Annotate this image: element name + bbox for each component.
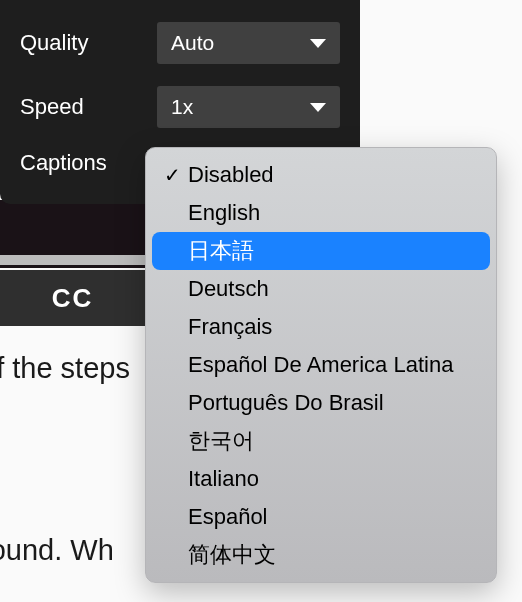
captions-option-label: Disabled: [188, 162, 274, 188]
captions-option-label: Deutsch: [188, 276, 269, 302]
background-text-line-2: round. Wh: [0, 534, 114, 567]
chevron-down-icon: [310, 103, 326, 112]
quality-label: Quality: [20, 30, 88, 56]
captions-option[interactable]: Español De America Latina: [152, 346, 490, 384]
chevron-down-icon: [310, 39, 326, 48]
cc-badge: CC: [52, 283, 94, 314]
captions-option[interactable]: ✓Disabled: [152, 156, 490, 194]
captions-option-label: English: [188, 200, 260, 226]
speed-label: Speed: [20, 94, 84, 120]
captions-dropdown: ✓DisabledEnglish日本語DeutschFrançaisEspaño…: [145, 147, 497, 583]
quality-value: Auto: [171, 31, 214, 55]
captions-option[interactable]: 한국어: [152, 422, 490, 460]
captions-option-label: 简体中文: [188, 540, 276, 570]
captions-option-label: Español De America Latina: [188, 352, 453, 378]
captions-label: Captions: [20, 150, 107, 176]
speed-row: Speed 1x: [20, 86, 340, 128]
captions-option[interactable]: 简体中文: [152, 536, 490, 574]
captions-option-label: Français: [188, 314, 272, 340]
captions-option-label: Italiano: [188, 466, 259, 492]
captions-option[interactable]: English: [152, 194, 490, 232]
quality-select[interactable]: Auto: [157, 22, 340, 64]
captions-option-label: Português Do Brasil: [188, 390, 384, 416]
captions-option[interactable]: Português Do Brasil: [152, 384, 490, 422]
captions-option[interactable]: Deutsch: [152, 270, 490, 308]
captions-option[interactable]: Français: [152, 308, 490, 346]
speed-select[interactable]: 1x: [157, 86, 340, 128]
speed-value: 1x: [171, 95, 193, 119]
divider: [0, 255, 145, 265]
check-icon: ✓: [164, 165, 188, 185]
captions-option-label: 日本語: [188, 236, 254, 266]
captions-option[interactable]: 日本語: [152, 232, 490, 270]
captions-option[interactable]: Italiano: [152, 460, 490, 498]
captions-option[interactable]: Español: [152, 498, 490, 536]
cc-badge-bar[interactable]: CC: [0, 270, 145, 326]
captions-option-label: 한국어: [188, 426, 254, 456]
quality-row: Quality Auto: [20, 22, 340, 64]
background-text-line-1: of the steps: [0, 352, 130, 385]
captions-option-label: Español: [188, 504, 268, 530]
